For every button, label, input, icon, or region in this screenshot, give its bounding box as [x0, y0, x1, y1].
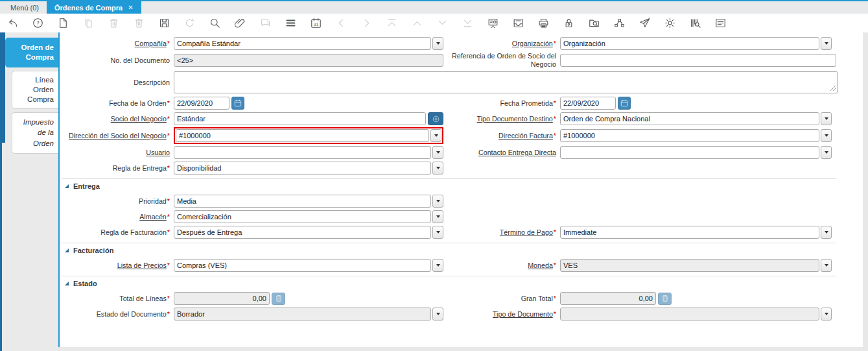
regla-facturacion-dropdown-button[interactable] [432, 226, 443, 239]
section-entrega[interactable]: Entrega [65, 181, 863, 191]
save-icon[interactable] [158, 17, 170, 30]
tipo-documento-dropdown-button[interactable] [821, 308, 832, 321]
calendar-icon[interactable]: 31 [309, 17, 322, 30]
gran-total-input [560, 292, 656, 305]
product-info-icon[interactable] [688, 17, 701, 30]
fecha-prometida-input[interactable] [560, 97, 616, 110]
field-compania: Compañía* [60, 37, 446, 50]
collapse-icon [65, 248, 69, 252]
usuario-input[interactable] [174, 146, 431, 159]
compania-dropdown-button[interactable] [432, 37, 443, 50]
referencia-input[interactable] [560, 54, 836, 67]
socio-label[interactable]: Socio del Negocio [111, 115, 167, 123]
zoom-across-icon[interactable] [587, 17, 600, 30]
fecha-prometida-label: Fecha Prometida [500, 99, 552, 107]
archive-icon[interactable] [511, 17, 524, 30]
prioridad-dropdown-button[interactable] [432, 195, 443, 208]
workflow-icon[interactable] [613, 17, 626, 30]
compania-label[interactable]: Compañía [135, 40, 167, 47]
lista-precios-dropdown-button[interactable] [432, 259, 443, 272]
prioridad-input[interactable] [174, 195, 431, 208]
field-estado-documento: Estado del Documento* [60, 308, 446, 321]
section-estado[interactable]: Estado [65, 278, 863, 289]
compania-input[interactable] [174, 37, 431, 50]
send-mail-icon[interactable] [638, 17, 651, 30]
direccion-socio-label[interactable]: Dirección del Socio del Negocio [69, 132, 167, 139]
organizacion-label[interactable]: Organización [512, 40, 553, 47]
lock-icon[interactable] [562, 17, 575, 30]
preferences-icon[interactable] [663, 17, 676, 30]
direccion-socio-input[interactable] [176, 129, 429, 142]
tipo-doc-destino-label[interactable]: Tipo Documento Destino [477, 115, 553, 123]
new-record-icon[interactable] [56, 17, 69, 30]
tipo-doc-destino-dropdown-button[interactable] [821, 112, 832, 125]
termino-pago-label[interactable]: Término de Pago [500, 228, 553, 236]
almacen-input[interactable] [174, 210, 431, 223]
organizacion-input[interactable] [560, 37, 819, 50]
delete-record-icon [107, 17, 120, 30]
usuario-dropdown-button[interactable] [432, 146, 443, 159]
contacto-dropdown-button[interactable] [821, 146, 832, 159]
field-regla-facturacion: Regla de Facturación* [60, 226, 446, 239]
gran-total-calculator-button[interactable] [658, 293, 672, 305]
descripcion-textarea[interactable] [174, 71, 838, 93]
termino-pago-input[interactable] [560, 226, 819, 239]
delete-selection-icon [132, 17, 145, 30]
sidebar-tab-orden-de-compra[interactable]: Orden de Compra [5, 38, 58, 67]
record-info-icon [432, 115, 440, 123]
section-entrega-title: Entrega [73, 182, 100, 190]
undo-icon[interactable] [6, 17, 19, 30]
direccion-socio-dropdown-button[interactable] [430, 129, 441, 142]
sidebar-tab-impuesto-de-la-orden[interactable]: Impuesto de la Orden [12, 112, 58, 154]
total-lineas-input [174, 292, 270, 305]
collapse-icon [65, 184, 69, 188]
bpartner-search-button[interactable] [428, 112, 443, 125]
regla-entrega-input[interactable] [174, 162, 431, 175]
total-lineas-calculator-button[interactable] [272, 293, 285, 305]
tab-ordenes-de-compra[interactable]: Órdenes de Compra ✕ [47, 1, 141, 14]
field-no-documento: No. del Documento [60, 54, 446, 67]
almacen-dropdown-button[interactable] [432, 210, 443, 223]
termino-pago-dropdown-button[interactable] [821, 226, 832, 239]
direccion-factura-input[interactable] [560, 129, 819, 142]
socio-input[interactable] [174, 112, 426, 125]
lista-precios-label[interactable]: Lista de Precios [117, 261, 167, 269]
no-documento-label: No. del Documento [111, 56, 170, 64]
organizacion-dropdown-button[interactable] [821, 37, 832, 50]
regla-facturacion-input[interactable] [174, 226, 431, 239]
find-icon[interactable] [208, 17, 221, 30]
sidebar-tab-linea-orden-compra[interactable]: Línea Orden Compra [12, 71, 58, 109]
report-icon[interactable] [486, 17, 499, 30]
direccion-factura-dropdown-button[interactable] [821, 129, 832, 142]
nav-up-icon [410, 17, 423, 30]
tipo-documento-label[interactable]: Tipo de Documento [493, 310, 553, 318]
grid-toggle-icon[interactable] [284, 17, 297, 30]
chevron-down-icon [825, 313, 828, 315]
close-icon[interactable]: ✕ [128, 5, 133, 11]
regla-entrega-dropdown-button[interactable] [432, 162, 443, 175]
fecha-orden-input[interactable] [174, 97, 229, 110]
estado-documento-label: Estado del Documento [97, 310, 167, 318]
direccion-factura-label[interactable]: Dirección Factura [499, 132, 553, 139]
tab-menu[interactable]: Menú (0) [3, 1, 47, 14]
attachment-icon[interactable] [233, 17, 246, 30]
moneda-dropdown-button[interactable] [821, 259, 832, 272]
usuario-label[interactable]: Usuario [146, 149, 170, 156]
contacto-input[interactable] [560, 146, 819, 159]
print-icon[interactable] [537, 17, 550, 30]
fecha-prometida-calendar-button[interactable] [618, 97, 631, 110]
tipo-doc-destino-input[interactable] [560, 112, 819, 125]
lista-precios-input[interactable] [174, 259, 431, 272]
contacto-label[interactable]: Contacto Entrega Directa [478, 149, 556, 156]
chevron-down-icon [434, 134, 438, 137]
estado-documento-dropdown-button[interactable] [432, 308, 443, 321]
section-facturacion[interactable]: Facturación [65, 245, 863, 256]
fecha-orden-calendar-button[interactable] [231, 97, 244, 110]
section-divider [62, 243, 836, 243]
almacen-label[interactable]: Almacén [139, 213, 167, 221]
field-prioridad: Prioridad* [60, 195, 446, 208]
help-icon[interactable]: ? [31, 17, 44, 30]
main-area: Orden de Compra Línea Orden Compra Impue… [0, 32, 868, 351]
quick-form-icon[interactable] [714, 17, 727, 30]
moneda-label[interactable]: Moneda [528, 261, 553, 269]
